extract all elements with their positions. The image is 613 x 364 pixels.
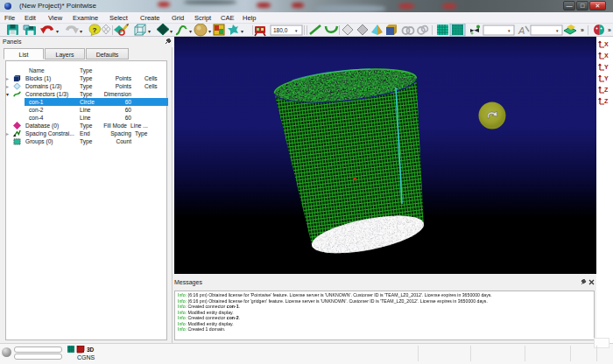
svg-text:▾: ▾ (208, 29, 211, 34)
svg-text:Y: Y (604, 64, 609, 70)
svg-text:180,0: 180,0 (273, 27, 288, 33)
svg-text:X: X (604, 41, 609, 47)
svg-text:▾: ▾ (241, 29, 243, 34)
svg-text:▾: ▾ (170, 29, 173, 34)
svg-text:X: X (604, 52, 609, 59)
svg-text:▾: ▾ (80, 29, 82, 34)
svg-text:▾: ▾ (56, 29, 59, 34)
svg-text:»: » (608, 27, 611, 33)
svg-text:Z: Z (604, 87, 609, 93)
svg-text:A: A (518, 25, 525, 36)
svg-text:▾: ▾ (189, 29, 192, 34)
svg-text:?: ? (93, 26, 97, 34)
svg-text:Z: Z (604, 98, 609, 104)
svg-text:▾: ▾ (148, 29, 151, 34)
svg-text:»: » (581, 27, 584, 33)
svg-text:Y: Y (604, 75, 609, 81)
